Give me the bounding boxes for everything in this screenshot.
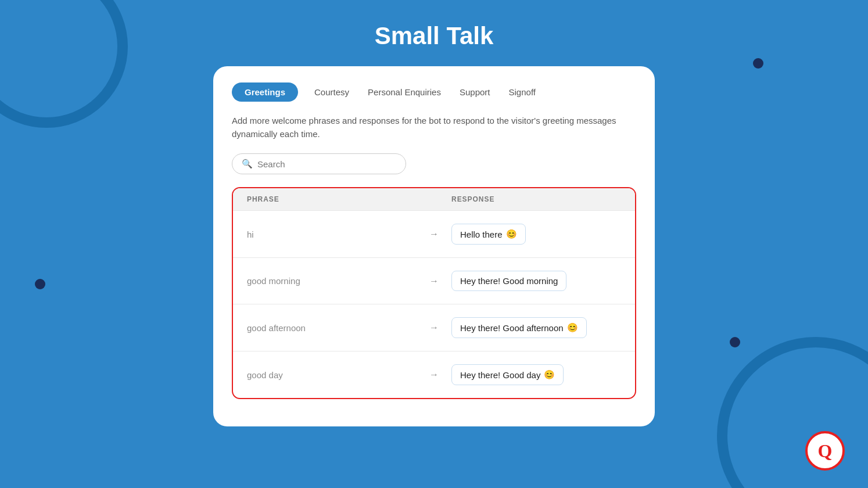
- search-icon: 🔍: [242, 159, 253, 169]
- response-cell-hi: Hello there 😊: [451, 224, 621, 245]
- response-badge-good-morning[interactable]: Hey there! Good morning: [451, 271, 566, 291]
- column-header-response: RESPONSE: [451, 195, 621, 203]
- tab-signoff[interactable]: Signoff: [507, 82, 538, 102]
- phrase-good-day: good day: [247, 370, 417, 380]
- response-emoji-hi: 😊: [506, 229, 517, 239]
- logo-letter: Q: [818, 440, 833, 462]
- column-header-phrase: PHRASE: [247, 195, 417, 203]
- search-container: 🔍: [232, 153, 636, 174]
- bg-dot-right: [730, 337, 740, 347]
- page-title: Small Talk: [0, 0, 868, 66]
- response-badge-good-day[interactable]: Hey there! Good day 😊: [451, 364, 564, 385]
- main-card: Greetings Courtesy Personal Enquiries Su…: [213, 66, 655, 426]
- table-row: good morning → Hey there! Good morning: [233, 257, 635, 304]
- phrase-response-table: PHRASE RESPONSE hi → Hello there 😊 good …: [232, 187, 636, 399]
- tab-greetings[interactable]: Greetings: [232, 82, 298, 102]
- arrow-icon: →: [417, 229, 451, 239]
- search-box: 🔍: [232, 153, 406, 174]
- phrase-good-morning: good morning: [247, 276, 417, 286]
- phrase-hi: hi: [247, 229, 417, 239]
- table-row: good day → Hey there! Good day 😊: [233, 351, 635, 398]
- bg-circle-bottom-right: [717, 337, 868, 488]
- arrow-icon: →: [417, 322, 451, 333]
- arrow-icon: →: [417, 276, 451, 286]
- table-row: hi → Hello there 😊: [233, 210, 635, 257]
- response-text-good-morning: Hey there! Good morning: [460, 276, 558, 286]
- bg-dot-left: [35, 279, 45, 289]
- logo-circle: Q: [805, 431, 845, 471]
- tab-support[interactable]: Support: [457, 82, 493, 102]
- response-emoji-good-day: 😊: [544, 369, 555, 380]
- table-row: good afternoon → Hey there! Good afterno…: [233, 304, 635, 351]
- arrow-icon: →: [417, 369, 451, 380]
- response-text-hi: Hello there: [460, 229, 503, 239]
- response-badge-good-afternoon[interactable]: Hey there! Good afternoon 😊: [451, 317, 587, 338]
- search-input[interactable]: [257, 159, 396, 169]
- response-cell-good-day: Hey there! Good day 😊: [451, 364, 621, 385]
- description-text: Add more welcome phrases and responses f…: [232, 114, 636, 141]
- response-text-good-day: Hey there! Good day: [460, 370, 540, 380]
- tab-personal-enquiries[interactable]: Personal Enquiries: [365, 82, 443, 102]
- response-cell-good-afternoon: Hey there! Good afternoon 😊: [451, 317, 621, 338]
- tab-courtesy[interactable]: Courtesy: [312, 82, 351, 102]
- response-cell-good-morning: Hey there! Good morning: [451, 271, 621, 291]
- tabs-container: Greetings Courtesy Personal Enquiries Su…: [232, 82, 636, 102]
- response-text-good-afternoon: Hey there! Good afternoon: [460, 323, 564, 333]
- response-emoji-good-afternoon: 😊: [567, 322, 578, 333]
- table-header: PHRASE RESPONSE: [233, 188, 635, 210]
- phrase-good-afternoon: good afternoon: [247, 323, 417, 333]
- response-badge-hi[interactable]: Hello there 😊: [451, 224, 526, 245]
